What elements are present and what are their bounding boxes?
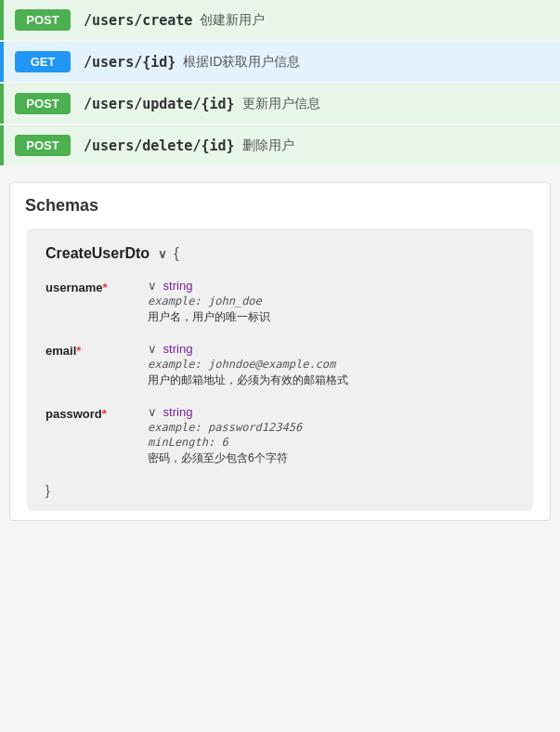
field-name-1: email* (46, 342, 138, 358)
field-required-2: * (102, 407, 107, 421)
api-path-0: /users/create (84, 12, 192, 29)
schema-field-1: email*∨ stringexample: johndoe@example.c… (46, 342, 514, 388)
field-example-0: example: john_doe (148, 294, 514, 307)
type-arrow-1: ∨ (148, 342, 157, 356)
type-arrow-0: ∨ (148, 279, 157, 293)
api-path-3: /users/delete/{id} (84, 137, 235, 154)
field-required-1: * (76, 344, 81, 358)
method-badge-1: GET (15, 51, 71, 72)
api-section: POST/users/create创建新用户GET/users/{id}根据ID… (0, 0, 560, 165)
method-badge-2: POST (15, 93, 71, 114)
field-details-2: ∨ stringexample: password123456minLength… (138, 405, 514, 466)
schema-header: CreateUserDto ∨ { (46, 245, 514, 262)
field-type-2: ∨ string (148, 405, 514, 419)
api-desc-3: 删除用户 (242, 137, 294, 154)
field-name-2: password* (46, 405, 138, 421)
api-path-2: /users/update/{id} (84, 96, 235, 112)
api-desc-1: 根据ID获取用户信息 (183, 54, 300, 71)
field-example-2: example: password123456 (148, 421, 514, 434)
schemas-title: Schemas (25, 196, 535, 216)
schemas-section: Schemas CreateUserDto ∨ { username*∨ str… (9, 182, 551, 521)
method-badge-3: POST (15, 135, 71, 156)
schema-open-brace: { (174, 245, 178, 261)
field-example-1: example: johndoe@example.com (148, 358, 514, 371)
field-type-0: ∨ string (148, 279, 514, 293)
api-desc-0: 创建新用户 (200, 12, 265, 29)
field-desc-0: 用户名，用户的唯一标识 (148, 309, 514, 325)
schema-name: CreateUserDto (46, 245, 150, 261)
api-row-3[interactable]: POST/users/delete/{id}删除用户 (0, 125, 560, 165)
field-type-1: ∨ string (148, 342, 514, 356)
api-desc-2: 更新用户信息 (242, 96, 320, 112)
field-details-0: ∨ stringexample: john_doe用户名，用户的唯一标识 (138, 279, 514, 325)
api-row-2[interactable]: POST/users/update/{id}更新用户信息 (0, 84, 560, 124)
schema-fields: username*∨ stringexample: john_doe用户名，用户… (46, 279, 514, 466)
field-details-1: ∨ stringexample: johndoe@example.com用户的邮… (138, 342, 514, 388)
schema-box: CreateUserDto ∨ { username*∨ stringexamp… (27, 229, 533, 511)
field-desc-1: 用户的邮箱地址，必须为有效的邮箱格式 (148, 373, 514, 388)
api-row-0[interactable]: POST/users/create创建新用户 (0, 0, 560, 40)
schema-close-brace: } (46, 483, 514, 498)
field-desc-2: 密码，必须至少包含6个字符 (148, 451, 514, 466)
schema-field-0: username*∨ stringexample: john_doe用户名，用户… (46, 279, 514, 325)
schema-expand-arrow[interactable]: ∨ (158, 247, 171, 261)
method-badge-0: POST (15, 9, 71, 31)
schema-field-2: password*∨ stringexample: password123456… (46, 405, 514, 466)
field-name-0: username* (46, 279, 138, 294)
field-minlength-2: minLength: 6 (148, 436, 514, 449)
field-required-0: * (102, 281, 107, 294)
type-arrow-2: ∨ (148, 405, 157, 419)
api-path-1: /users/{id} (84, 54, 176, 71)
api-row-1[interactable]: GET/users/{id}根据ID获取用户信息 (0, 42, 560, 82)
